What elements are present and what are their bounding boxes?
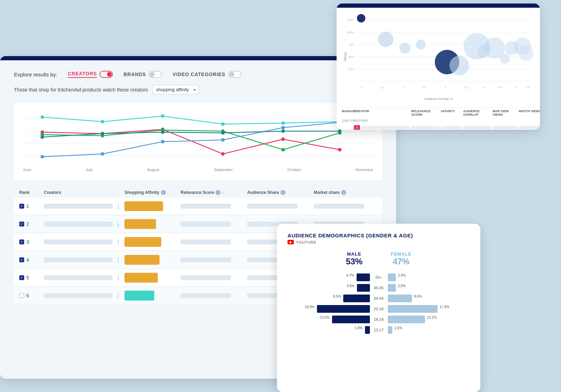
age-row-34-44: 9.5% 34-44 8.6%: [288, 295, 470, 302]
more-options-5[interactable]: ⋮: [115, 275, 121, 281]
female-side-25-34: 17.8%: [388, 305, 470, 313]
age-row-18-24: 13.5% 18-24 13.2%: [288, 316, 470, 323]
svg-point-33: [338, 129, 342, 133]
creator-name-placeholder-1: [361, 126, 410, 129]
svg-point-67: [478, 45, 490, 58]
btr-watch-1: [519, 126, 540, 129]
male-pct: 53%: [346, 257, 363, 266]
male-side-45-55: 4.6%: [288, 284, 370, 292]
relevance-cell-2: [181, 222, 244, 227]
creator-name-3: [44, 239, 113, 244]
chart-area: June July August September October Novem…: [14, 103, 382, 180]
more-options-2[interactable]: ⋮: [115, 221, 121, 228]
relevance-score-2: [181, 222, 231, 227]
checkbox-5[interactable]: ✓: [19, 275, 24, 280]
svg-text:50X: 50X: [349, 55, 354, 59]
btr-creator-1: 7: [354, 125, 410, 130]
female-side-55+: 2.9%: [388, 273, 470, 281]
explore-option-creators[interactable]: CREATORS: [68, 71, 113, 78]
more-options-3[interactable]: ⋮: [115, 239, 121, 245]
creator-name-4: [44, 257, 113, 262]
brands-label: BRANDS: [123, 72, 146, 77]
male-bar-18-24: [332, 316, 370, 323]
svg-text:25X: 25X: [349, 68, 354, 71]
svg-point-15: [338, 148, 342, 151]
svg-text:1: 1: [360, 86, 362, 89]
description-text: Those that shop for KitchenAid products …: [14, 87, 148, 93]
relevance-score-header[interactable]: Relevance Score i ↓: [181, 190, 244, 195]
brands-toggle[interactable]: [149, 71, 162, 78]
svg-point-20: [281, 148, 285, 151]
description-row: Those that shop for KitchenAid products …: [14, 85, 382, 94]
creator-icon-1: 7: [354, 125, 360, 130]
x-label-june: June: [23, 168, 31, 172]
age-label-13-17: 13-17: [373, 328, 385, 332]
checkbox-1[interactable]: ✓: [19, 204, 24, 209]
age-label-55+: 55+: [373, 275, 385, 279]
svg-point-5: [101, 120, 104, 123]
explore-option-video-categories[interactable]: VIDEO CATEGORIES: [173, 71, 241, 78]
male-bar-13-17: [365, 326, 370, 334]
shopping-affinity-header: Shopping Affinity i: [124, 190, 177, 195]
more-options-4[interactable]: ⋮: [115, 257, 121, 263]
svg-text:Affinity: Affinity: [344, 52, 347, 61]
creator-cell-6: ⋮: [44, 292, 121, 299]
affinity-bar-3: [124, 237, 161, 247]
svg-text:Audience Overlap %: Audience Overlap %: [424, 97, 453, 101]
demographics-card: AUDIENCE DEMOGRAPHICS (GENDER & AGE) YOU…: [277, 224, 480, 392]
female-bar-55+: [388, 273, 396, 281]
explore-option-brands[interactable]: BRANDS: [123, 71, 162, 78]
market-share-header: Market share i: [314, 190, 377, 195]
male-bar-25-34: [317, 305, 370, 313]
audience-share-header: Audience Share i: [247, 190, 310, 195]
x-label-november: November: [356, 168, 373, 172]
svg-text:100X: 100X: [347, 31, 353, 34]
checkbox-4[interactable]: ✓: [19, 257, 24, 262]
bubble-mini-table: MANAGE CREATOR RELEVANCE SCORE AFFINITY …: [337, 106, 540, 130]
market-share-info-icon[interactable]: i: [341, 190, 346, 195]
female-bar-45-55: [388, 284, 396, 292]
sort-icon[interactable]: ↓: [222, 191, 224, 195]
relevance-score-1: [181, 204, 231, 209]
demo-subtitle: YOUTUBE: [288, 240, 470, 244]
age-row-55+: 4.7% 55+ 2.9%: [288, 273, 470, 281]
age-row-45-55: 4.6% 45-55 2.9%: [288, 284, 470, 292]
age-label-34-44: 34-44: [373, 296, 385, 300]
bth-relevance: RELEVANCE SCORE: [411, 109, 439, 116]
affinity-dropdown[interactable]: shopping affinity audience affinity rele…: [152, 85, 199, 94]
bth-watch: WATCH VIEWS: [519, 109, 540, 116]
female-gender-group: FEMALE 47%: [391, 251, 412, 266]
creator-name-5: [44, 275, 113, 280]
male-side-55+: 4.7%: [288, 273, 370, 281]
rank-num-2: 2: [26, 221, 29, 227]
table-row-1: ✓ 1 ⋮: [14, 198, 382, 215]
video-categories-toggle[interactable]: [228, 71, 242, 78]
shopping-affinity-info-icon[interactable]: i: [161, 190, 166, 195]
relevance-score-info-icon[interactable]: i: [216, 190, 221, 195]
svg-text:5.5: 5.5: [526, 86, 530, 89]
audience-share-info-icon[interactable]: i: [280, 190, 285, 195]
female-bar-18-24: [388, 316, 425, 323]
checkbox-2[interactable]: ✓: [19, 222, 24, 227]
male-gender-group: MALE 53%: [346, 251, 363, 266]
bth-manage: MANAGE: [342, 109, 352, 116]
creator-name-2: [44, 222, 113, 227]
svg-point-59: [399, 42, 411, 54]
checkbox-3[interactable]: ✓: [19, 239, 24, 244]
affinity-dropdown-wrapper[interactable]: shopping affinity audience affinity rele…: [152, 85, 199, 94]
rank-num-6: 6: [26, 293, 29, 298]
svg-point-4: [41, 115, 44, 119]
rank-cell-3: ✓ 3: [19, 239, 40, 245]
more-options-6[interactable]: ⋮: [115, 292, 121, 299]
rank-cell-2: ✓ 2: [19, 221, 40, 227]
age-row-25-34: 18.9% 25-34 17.8%: [288, 305, 470, 313]
creators-toggle[interactable]: [100, 71, 113, 78]
more-options-1[interactable]: ⋮: [115, 203, 121, 210]
male-side-18-24: 13.5%: [288, 316, 370, 323]
age-row-13-17: 1.8% 13-17 1.6%: [288, 326, 470, 334]
checkbox-6[interactable]: [19, 293, 24, 298]
rank-num-3: 3: [26, 239, 29, 245]
btr-marview-1: [493, 126, 517, 129]
age-label-18-24: 18-24: [373, 317, 385, 322]
x-label-august: August: [147, 168, 159, 172]
